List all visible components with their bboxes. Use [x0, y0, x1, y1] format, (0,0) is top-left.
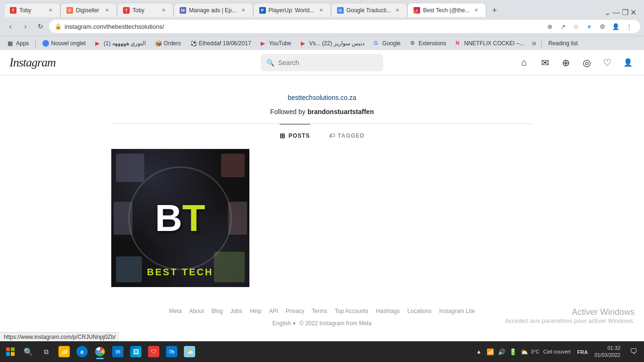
profile-icon[interactable]: 👤 — [621, 56, 635, 69]
battery-icon[interactable]: 🔋 — [508, 347, 518, 356]
mail-button[interactable]: ✉ — [109, 343, 126, 360]
tab-close-toby2[interactable]: ✕ — [160, 7, 167, 14]
bookmark-label-vs: Vs... دنيس سواريز (22) — [309, 40, 364, 47]
weather-button[interactable]: ⛅ — [181, 343, 198, 360]
start-button[interactable] — [2, 343, 19, 360]
tab-playerup[interactable]: P PlayerUp: World... ✕ — [253, 3, 331, 17]
bookmark-orders[interactable]: 📦 Orders — [151, 39, 185, 48]
bookmarks-more[interactable]: » — [530, 38, 538, 48]
tab-tagged[interactable]: 🏷 TAGGED — [329, 124, 364, 147]
photos-button[interactable]: 🖼 — [127, 343, 144, 360]
tab-posts[interactable]: ⊞ POSTS — [280, 124, 310, 147]
chrome-button[interactable] — [91, 343, 108, 360]
store-button[interactable]: 🛍 — [163, 343, 180, 360]
translate-icon[interactable]: ⊕ — [544, 21, 555, 32]
windows-logo-icon — [6, 347, 15, 356]
tab-close-manage-ads[interactable]: ✕ — [239, 7, 247, 14]
bookmark-star-icon[interactable]: ☆ — [570, 21, 582, 32]
clock[interactable]: 01:32 01/03/2022 — [591, 345, 624, 359]
tab-title-best-tech: Best Tech (@the... — [423, 7, 470, 14]
tab-toby2[interactable]: T Toby ✕ — [117, 3, 173, 17]
footer-link-meta[interactable]: Meta — [169, 308, 182, 314]
followed-by-user[interactable]: brandonstuartstaffen — [307, 108, 374, 115]
bookmark-extensions[interactable]: ⚙ Extensions — [406, 39, 450, 48]
tab-bar: T Toby ✕ D Digiseller ✕ T Toby ✕ M Manag… — [0, 0, 644, 17]
edge-button[interactable]: e — [74, 343, 91, 360]
new-tab-button[interactable]: + — [488, 4, 501, 17]
store-icon-tb: 🛍 — [166, 346, 177, 357]
search-box[interactable]: 🔍 — [261, 54, 383, 71]
language-indicator[interactable]: FRA — [575, 347, 590, 356]
footer-link-terms[interactable]: Terms — [312, 308, 327, 314]
search-taskbar-button[interactable]: 🔍 — [20, 343, 37, 360]
tab-toby1[interactable]: T Toby ✕ — [4, 3, 60, 17]
address-bar[interactable]: 🔒 instagram.com/thebesttechsolutions/ ⊕ … — [49, 20, 640, 33]
tab-close-playerup[interactable]: ✕ — [317, 7, 325, 14]
instagram-logo[interactable]: Instagram — [9, 56, 56, 69]
tab-favicon-playerup: P — [259, 7, 266, 14]
security-button[interactable]: 🛡 — [145, 343, 162, 360]
task-view-button[interactable]: ⧉ — [38, 343, 55, 360]
followed-by-label: Followed by — [270, 108, 305, 115]
explore-icon[interactable]: ◎ — [580, 56, 593, 69]
tab-best-tech[interactable]: I Best Tech (@the... ✕ — [407, 3, 486, 17]
footer-link-help[interactable]: Help — [250, 308, 262, 314]
footer-link-locations[interactable]: Locations — [407, 308, 431, 314]
bookmark-reading-list[interactable]: Reading list — [545, 39, 582, 48]
volume-icon[interactable]: 🔊 — [497, 347, 506, 356]
minimize-button[interactable]: — — [612, 8, 620, 17]
tab-list-button[interactable]: ⌄ — [604, 8, 611, 17]
tab-google-trans[interactable]: G Google Traducti... ✕ — [331, 3, 408, 17]
language-selector[interactable]: English ▾ — [272, 320, 296, 327]
home-icon[interactable]: ⌂ — [518, 56, 531, 69]
tab-close-toby1[interactable]: ✕ — [47, 7, 54, 14]
bookmark-netflix[interactable]: N NNETFLIX COCKEI –... — [452, 39, 528, 48]
footer-link-blog[interactable]: Blog — [212, 308, 223, 314]
bookmark-elheddaf[interactable]: ⚽ Elheddaf 19/06/2017 — [187, 39, 255, 48]
footer-link-jobs[interactable]: Jobs — [231, 308, 242, 314]
footer-link-about[interactable]: About — [189, 308, 204, 314]
tab-title-manage-ads: Manage ads | Ep... — [189, 7, 237, 14]
close-window-button[interactable]: ✕ — [630, 8, 636, 17]
tab-manage-ads[interactable]: M Manage ads | Ep... ✕ — [173, 3, 253, 17]
bookmark-google[interactable]: G Google — [370, 39, 405, 48]
messenger-icon[interactable]: ✉ — [538, 56, 552, 69]
post-item-1[interactable]: B T BEST TECH ♥ 4,058 💬 0 — [111, 149, 249, 287]
bookmark-favicon-netflix: N — [456, 40, 462, 47]
bookmark-nouri[interactable]: ▶ النوري هههههه (1) — [91, 39, 149, 48]
tab-title-toby2: Toby — [132, 7, 157, 14]
menu-icon[interactable]: ⋮ — [623, 21, 635, 32]
tab-close-google-trans[interactable]: ✕ — [394, 7, 401, 14]
tab-close-best-tech[interactable]: ✕ — [472, 7, 480, 14]
bookmark-youtube[interactable]: ▶ YouTube — [257, 39, 295, 48]
back-button[interactable]: ‹ — [4, 20, 17, 33]
hidden-icons-button[interactable]: ▲ — [474, 347, 484, 356]
copyright-text: © 2022 Instagram from Meta — [299, 320, 372, 327]
tab-digiseller[interactable]: D Digiseller ✕ — [60, 3, 117, 17]
tagged-tab-icon: 🏷 — [329, 132, 335, 139]
bookmark-nouvel[interactable]: Nouvel onglet — [39, 39, 89, 48]
footer-link-instagram-lite[interactable]: Instagram Lite — [439, 308, 475, 314]
forward-button[interactable]: › — [19, 20, 32, 33]
file-explorer-button[interactable]: 📁 — [56, 343, 73, 360]
extensions-icon[interactable]: ⚙ — [597, 21, 608, 32]
footer-link-privacy[interactable]: Privacy — [286, 308, 304, 314]
search-input[interactable] — [278, 59, 378, 66]
footer-link-hashtags[interactable]: Hashtags — [376, 308, 400, 314]
network-icon[interactable]: 📶 — [486, 347, 495, 356]
add-post-icon[interactable]: ⊕ — [559, 56, 572, 69]
bookmark-vs[interactable]: ▶ Vs... دنيس سواريز (22) — [297, 39, 368, 48]
share-icon[interactable]: ↗ — [557, 21, 569, 32]
link-popup-text: https://www.instagram.com/p/CRJUNnpj0Zb/ — [4, 334, 116, 340]
heart-icon[interactable]: ♡ — [601, 56, 614, 69]
notification-button[interactable]: 🗨 — [625, 343, 642, 360]
notification-icon: 🗨 — [630, 347, 637, 356]
footer-link-top-accounts[interactable]: Top Accounts — [335, 308, 368, 314]
website-link[interactable]: besttechsolutions.co.za — [288, 94, 356, 101]
profile-avatar-icon[interactable]: 👤 — [610, 21, 621, 32]
tab-close-digiseller[interactable]: ✕ — [103, 7, 111, 14]
maximize-button[interactable]: ❐ — [622, 8, 628, 17]
refresh-button[interactable]: ↻ — [34, 20, 47, 33]
footer-link-api[interactable]: API — [269, 308, 278, 314]
bookmark-apps[interactable]: ▦ Apps — [4, 39, 33, 48]
